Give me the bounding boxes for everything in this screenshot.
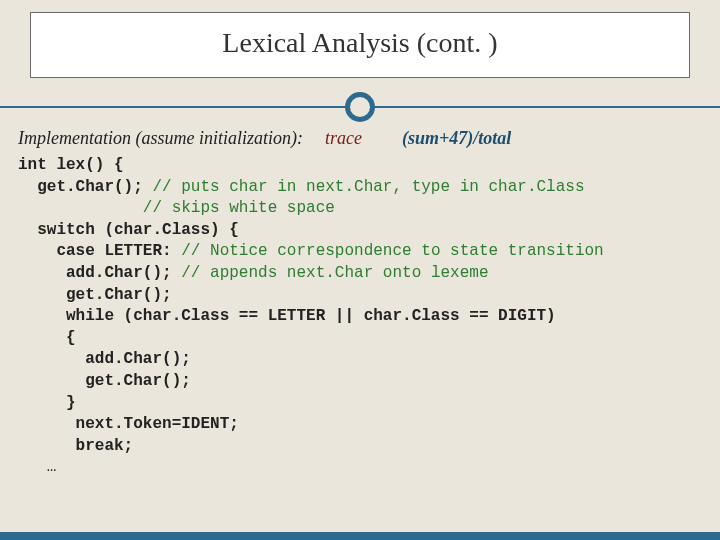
code-line-15: … [18, 458, 56, 476]
implementation-label: Implementation (assume initialization): [18, 128, 303, 149]
slide-title: Lexical Analysis (cont. ) [31, 27, 689, 59]
code-line-1: int lex() { [18, 156, 124, 174]
expression-label: (sum+47)/total [402, 128, 511, 149]
circle-icon [345, 92, 375, 122]
code-line-10: add.Char(); [18, 350, 191, 368]
code-line-12: } [18, 394, 76, 412]
subtitle-row: Implementation (assume initialization): … [0, 122, 720, 153]
code-line-4: switch (char.Class) { [18, 221, 239, 239]
code-comment-5: // Notice correspondence to state transi… [181, 242, 603, 260]
title-box: Lexical Analysis (cont. ) [30, 12, 690, 78]
bottom-bar [0, 532, 720, 540]
code-line-9: { [18, 329, 76, 347]
code-line-8: while (char.Class == LETTER || char.Clas… [18, 307, 556, 325]
code-line-13: next.Token=IDENT; [18, 415, 239, 433]
code-line-7: get.Char(); [18, 286, 172, 304]
code-comment-6: // appends next.Char onto lexeme [181, 264, 488, 282]
code-comment-2: // puts char in next.Char, type in char.… [152, 178, 584, 196]
code-comment-3: // skips white space [18, 199, 335, 217]
code-line-11: get.Char(); [18, 372, 191, 390]
code-line-14: break; [18, 437, 133, 455]
code-line-2: get.Char(); [18, 178, 152, 196]
trace-label: trace [325, 128, 362, 149]
code-line-5: case LETTER: [18, 242, 181, 260]
rule-decoration [0, 92, 720, 122]
code-block: int lex() { get.Char(); // puts char in … [0, 153, 720, 479]
slide: Lexical Analysis (cont. ) Implementation… [0, 12, 720, 540]
code-line-6: add.Char(); [18, 264, 181, 282]
